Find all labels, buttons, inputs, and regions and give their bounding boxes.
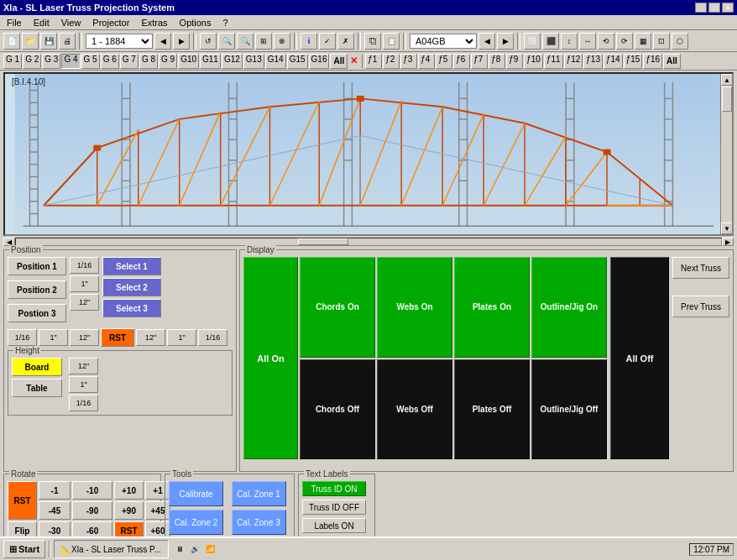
height-frac-116[interactable]: 1/16 [69,395,98,411]
select2-button[interactable]: Select 2 [102,278,161,296]
rot-plus90[interactable]: +90 [114,501,144,520]
all-on-button[interactable]: All On [243,257,298,459]
left-arrow[interactable]: ◀ [154,33,171,50]
rot-minus90[interactable]: -90 [72,501,112,520]
pen-15[interactable]: ƒ15 [624,54,643,69]
pen-8[interactable]: ƒ8 [489,54,505,69]
pen-4[interactable]: ƒ4 [418,54,435,69]
chords-on-button[interactable]: Chords On [300,257,375,358]
group-g14[interactable]: G14 [265,54,286,69]
menu-edit[interactable]: Edit [29,17,55,29]
all-groups-btn[interactable]: All [330,54,348,69]
frac-1-16-left[interactable]: 1/16 [8,329,37,346]
pen-14[interactable]: ƒ14 [604,54,623,69]
stop-btn[interactable]: ⊗ [274,33,290,50]
group-g7[interactable]: G 7 [120,54,139,69]
chords-off-button[interactable]: Chords Off [300,359,375,460]
group-g13[interactable]: G13 [243,54,264,69]
plates-on-button[interactable]: Plates On [454,257,530,358]
frac-1inch-left[interactable]: 1" [39,329,68,346]
group-g16[interactable]: G16 [309,54,330,69]
rotate-rst-button[interactable]: RST [8,481,37,520]
menu-file[interactable]: File [2,17,27,29]
print-button[interactable]: 🖨 [59,33,76,50]
group-g1[interactable]: G 1 [3,54,22,69]
taskbar-item[interactable]: 📐 Xla - SL Laser Truss P... [54,540,169,558]
frac-1inch-btn[interactable]: 1" [70,275,99,292]
frac-1inch-right[interactable]: 1" [167,329,196,346]
tb-btn-d[interactable]: ↔ [579,33,596,50]
cal-zone2-button[interactable]: Cal. Zone 2 [169,510,223,535]
tb-btn-a[interactable]: ⬜ [524,33,541,50]
webs-on-button[interactable]: Webs On [377,257,452,358]
tb-btn-b[interactable]: ⬛ [542,33,559,50]
paste-btn[interactable]: 📋 [383,33,400,50]
group-g4[interactable]: G 4 [61,54,80,69]
tb-btn-c[interactable]: ↕ [561,33,578,50]
table-button[interactable]: Table [12,379,62,397]
open-button[interactable]: 📁 [22,33,39,50]
new-button[interactable]: 📄 [3,33,20,50]
height-frac-1[interactable]: 1" [69,376,98,393]
menu-view[interactable]: View [56,17,86,29]
pen-2[interactable]: ƒ2 [383,54,400,69]
frac-1-16-btn[interactable]: 1/16 [70,257,99,274]
tb-btn-i[interactable]: ⬡ [672,33,688,50]
cross-btn[interactable]: ✗ [337,33,354,50]
rot-minus45[interactable]: -45 [39,501,71,520]
group-g8[interactable]: G 8 [139,54,158,69]
frac-1-16-right[interactable]: 1/16 [198,329,227,346]
all-off-button[interactable]: All Off [610,257,669,459]
close-button[interactable]: ✕ [722,3,734,13]
next-truss-button[interactable]: Next Truss [672,257,729,279]
prev-proj[interactable]: ◀ [478,33,495,50]
rot-plus10[interactable]: +10 [114,481,144,500]
pen-6[interactable]: ƒ6 [453,54,470,69]
cal-zone1-button[interactable]: Cal. Zone 1 [232,481,286,506]
save-button[interactable]: 💾 [40,33,57,50]
tb-btn-e[interactable]: ⟲ [598,33,614,50]
canvas-vscroll[interactable]: ▲ ▼ [720,74,732,234]
tb-btn-g[interactable]: ▦ [635,33,651,50]
prev-truss-button[interactable]: Prev Truss [672,296,729,317]
pen-5[interactable]: ƒ5 [436,54,452,69]
pen-9[interactable]: ƒ9 [506,54,523,69]
pen-11[interactable]: ƒ11 [544,54,563,69]
vscroll-up[interactable]: ▲ [721,74,733,86]
frac-12inch-left[interactable]: 12" [70,329,99,346]
select1-button[interactable]: Select 1 [102,257,161,275]
rot-minus1[interactable]: -1 [39,481,71,500]
next-proj[interactable]: ▶ [497,33,514,50]
pen-3[interactable]: ƒ3 [400,54,417,69]
menu-options[interactable]: Options [175,17,217,29]
copy-btn[interactable]: ⿻ [364,33,381,50]
clear-groups-btn[interactable]: ✕ [348,55,359,66]
check-btn[interactable]: ✓ [319,33,336,50]
pen-1[interactable]: ƒ1 [365,54,382,69]
fit-btn[interactable]: ⊞ [255,33,272,50]
outline-jig-off-button[interactable]: Outline/Jig Off [531,359,607,460]
pen-10[interactable]: ƒ10 [524,54,543,69]
minimize-button[interactable]: _ [695,3,707,13]
maximize-button[interactable]: □ [708,3,720,13]
labels-on-button[interactable]: Labels ON [302,518,366,533]
window-controls[interactable]: _ □ ✕ [695,3,734,13]
menu-help[interactable]: ? [218,17,233,29]
outline-jig-on-button[interactable]: Outline/Jig On [531,257,607,358]
tb-btn-f[interactable]: ⟳ [616,33,633,50]
group-g12[interactable]: G12 [222,54,243,69]
group-g9[interactable]: G 9 [159,54,177,69]
select3-button[interactable]: Select 3 [102,299,161,317]
vscroll-down[interactable]: ▼ [721,222,733,234]
rot-minus10[interactable]: -10 [72,481,112,500]
rst-button[interactable]: RST [101,328,134,347]
refresh-btn[interactable]: ↺ [200,33,217,50]
truss-id-off-button[interactable]: Truss ID OFF [302,500,366,515]
position3-button[interactable]: Postion 3 [8,304,66,322]
zoom-in[interactable]: 🔍 [218,33,235,50]
cal-zone3-button[interactable]: Cal. Zone 3 [232,510,286,535]
pen-12[interactable]: ƒ12 [564,54,583,69]
group-g5[interactable]: G 5 [81,54,100,69]
zoom-out[interactable]: 🔍 [237,33,254,50]
calibrate-button[interactable]: Calibrate [169,481,223,506]
